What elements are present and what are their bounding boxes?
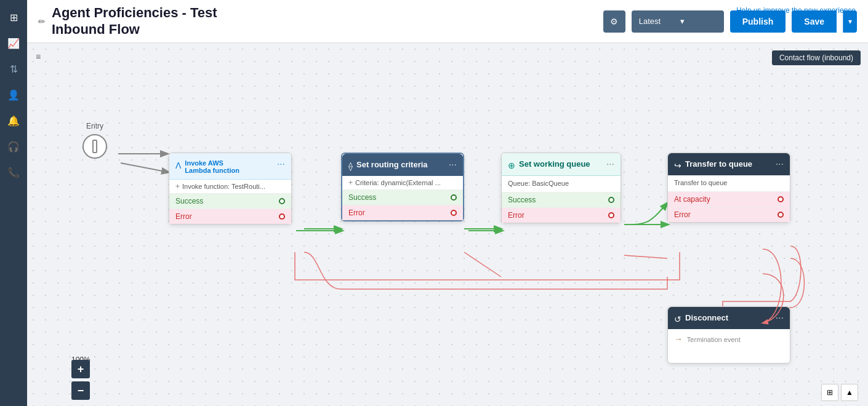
invoke-error-row[interactable]: Error (169, 209, 291, 224)
version-dropdown[interactable]: Latest ▾ (632, 10, 724, 33)
flow-canvas-area[interactable]: ≡ Contact flow (inbound) (27, 43, 868, 406)
invoke-lambda-title: Invoke AWS Lambda function (185, 159, 276, 174)
disconnect-body-text: Termination event (687, 336, 741, 343)
transfer-body-text: Transfer to queue (668, 175, 790, 191)
title-line2: Inbound Flow (52, 22, 140, 37)
routing-success-port[interactable] (451, 194, 457, 201)
hamburger-menu[interactable]: ≡ (36, 52, 41, 62)
sidebar-icon-flow[interactable]: ⇅ (2, 58, 25, 80)
expand-icon: ▲ (846, 388, 853, 397)
gear-icon: ⚙ (610, 17, 618, 26)
routing-success-label: Success (348, 193, 376, 202)
set-working-queue-header: ⊕ Set working queue ··· (502, 153, 621, 176)
entry-arrow-svg (112, 145, 174, 163)
sidebar-icon-headset[interactable]: 🎧 (2, 135, 25, 157)
queue-error-port[interactable] (608, 212, 614, 218)
zoom-out-button[interactable]: − (71, 381, 90, 400)
add-icon-lambda: + (175, 182, 180, 191)
sidebar-icon-users[interactable]: 👤 (2, 84, 25, 106)
entry-circle (82, 134, 107, 159)
sidebar: ⊞ 📈 ⇅ 👤 🔔 🎧 📞 (0, 0, 27, 406)
transfer-to-queue-header: ↪ Transfer to queue ··· (668, 153, 790, 175)
queue-success-row[interactable]: Success (502, 192, 621, 207)
sidebar-icon-phone[interactable]: 📞 (2, 161, 25, 183)
version-label: Latest (639, 17, 675, 26)
chevron-down-icon-save: ▾ (848, 17, 852, 26)
invoke-error-port[interactable] (279, 213, 285, 220)
error-route-svg (292, 249, 686, 298)
fit-icon: ⊞ (827, 388, 833, 397)
set-routing-card[interactable]: ⟠ Set routing criteria ··· + Criteria: d… (341, 153, 464, 221)
set-working-queue-card[interactable]: ⊕ Set working queue ··· Queue: BasicQueu… (501, 153, 621, 223)
entry-node: Entry (82, 122, 107, 159)
invoke-lambda-header: Λ Invoke AWS Lambda function ··· (169, 153, 291, 180)
queue-to-transfer-arrow (622, 218, 671, 231)
invoke-lambda-card[interactable]: Λ Invoke AWS Lambda function ··· + Invok… (169, 153, 292, 225)
transfer-to-disconnect-arrow (757, 243, 818, 329)
queue-error-row[interactable]: Error (502, 207, 621, 223)
invoke-title-line1: Invoke AWS (185, 159, 276, 167)
queue-success-label: Success (508, 196, 536, 204)
routing-criteria-text: Criteria: dynamic(External ... (355, 179, 441, 186)
set-working-queue-title: Set working queue (519, 159, 606, 169)
invoke-lambda-menu[interactable]: ··· (277, 159, 285, 169)
page-title: Agent Proficiencies - Test Inbound Flow (52, 5, 217, 38)
routing-to-queue-arrow (465, 225, 505, 237)
add-icon-routing: + (348, 178, 353, 187)
entry-label: Entry (82, 122, 107, 130)
transfer-error-label: Error (674, 210, 691, 219)
topbar: ✏ Agent Proficiencies - Test Inbound Flo… (27, 0, 868, 43)
disconnect-icon: ↺ (674, 314, 681, 324)
routing-add-row: + Criteria: dynamic(External ... (342, 176, 463, 189)
set-working-queue-menu[interactable]: ··· (606, 159, 614, 169)
disconnect-body: → Termination event (668, 329, 790, 363)
chevron-down-icon: ▾ (680, 17, 717, 26)
transfer-to-queue-menu[interactable]: ··· (776, 159, 784, 169)
expand-button[interactable]: ▲ (841, 384, 858, 401)
queue-icon: ⊕ (508, 161, 515, 170)
invoke-success-label: Success (175, 197, 203, 205)
canvas-controls: ⊞ ▲ (821, 384, 858, 401)
queue-error-label: Error (508, 211, 524, 220)
sidebar-icon-grid[interactable]: ⊞ (2, 6, 25, 28)
routing-error-port[interactable] (451, 210, 457, 216)
contact-flow-badge: Contact flow (inbound) (772, 50, 861, 65)
app-container: ⊞ 📈 ⇅ 👤 🔔 🎧 📞 ✏ Agent Proficiencies - Te… (0, 0, 868, 406)
sidebar-icon-chart[interactable]: 📈 (2, 32, 25, 54)
sidebar-icon-speaker[interactable]: 🔔 (2, 109, 25, 132)
invoke-add-row: + Invoke function: TestRouti... (169, 180, 291, 193)
help-link[interactable]: Help us improve the new experience (736, 6, 856, 15)
fit-to-screen-button[interactable]: ⊞ (821, 384, 838, 401)
transfer-icon: ↪ (674, 161, 681, 170)
set-routing-header: ⟠ Set routing criteria ··· (342, 154, 463, 176)
entry-inner (92, 140, 97, 153)
transfer-at-capacity-port[interactable] (778, 196, 784, 202)
lambda-to-routing-arrow (293, 225, 345, 237)
invoke-function-text: Invoke function: TestRouti... (182, 183, 265, 190)
transfer-to-queue-title: Transfer to queue (685, 159, 776, 169)
invoke-error-label: Error (175, 212, 192, 221)
queue-body-text: Queue: BasicQueue (502, 176, 621, 192)
routing-error-label: Error (348, 209, 365, 217)
invoke-success-port[interactable] (279, 198, 285, 204)
set-routing-menu[interactable]: ··· (449, 160, 457, 170)
edit-icon[interactable]: ✏ (38, 17, 46, 26)
routing-icon: ⟠ (348, 161, 353, 171)
zoom-in-button[interactable]: + (71, 360, 90, 378)
title-line1: Agent Proficiencies - Test (52, 5, 217, 20)
routing-success-row[interactable]: Success (342, 189, 463, 205)
routing-error-row[interactable]: Error (342, 205, 463, 220)
transfer-error-port[interactable] (778, 212, 784, 218)
main-area: ✏ Agent Proficiencies - Test Inbound Flo… (27, 0, 868, 406)
transfer-error-row[interactable]: Error (668, 207, 790, 222)
transfer-to-queue-card[interactable]: ↪ Transfer to queue ··· Transfer to queu… (667, 153, 790, 223)
transfer-at-capacity-row[interactable]: At capacity (668, 191, 790, 207)
queue-success-port[interactable] (608, 197, 614, 203)
invoke-success-row[interactable]: Success (169, 193, 291, 209)
settings-button[interactable]: ⚙ (603, 10, 625, 33)
topbar-left: ✏ Agent Proficiencies - Test Inbound Flo… (38, 5, 217, 38)
invoke-title-line2: Lambda function (185, 167, 276, 174)
transfer-at-capacity-label: At capacity (674, 195, 710, 204)
set-routing-title: Set routing criteria (356, 160, 449, 169)
lambda-icon: Λ (175, 161, 181, 170)
